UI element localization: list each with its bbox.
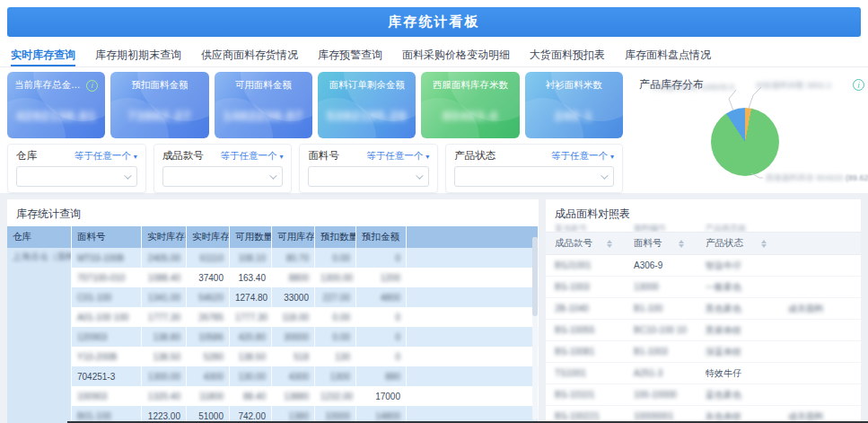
table-row[interactable]: 120903138.8010586420.80300000.000 [7, 327, 539, 347]
kpi-card-value: 1482239.87 [222, 108, 305, 123]
kpi-card-4: 面料订单剩余金额5382195.28 [318, 72, 416, 138]
chevron-down-icon [416, 172, 423, 179]
stats-left-column: 当前库存总金额（不含…i4292138.81预扣面料金额73862.27可用面料… [7, 72, 623, 193]
filter-operator[interactable]: 等于任意一个 ▾ [221, 150, 284, 163]
filter-select[interactable] [16, 166, 137, 187]
filter-label: 面料号 [308, 149, 339, 163]
table-scrollbar [532, 237, 538, 420]
column-header: 预扣数量 [315, 226, 356, 248]
column-header [407, 226, 539, 248]
fabric-mapping-panel: 成品面料对照表 某仓款号面料编号产品状态值 成品款号面料号产品状态 BSJ100… [546, 199, 861, 423]
tab-库存期初期末查询[interactable]: 库存期初期末查询 [95, 43, 181, 66]
pie-chart-panel: 产品库存分布 i 可用面料库存 128535.5 衬衫面料米数 3802.2 西… [628, 72, 868, 193]
tab-bar: 实时库存查询库存期初期末查询供应商面料存货情况库存预警查询面料采购价格变动明细大… [0, 43, 868, 67]
kpi-card-title: 可用面料金额 [235, 79, 292, 92]
inventory-stats-panel: 库存统计查询 仓库面料号实时库存数实时库存金额可用数量可用库存金额预扣数量预扣金… [7, 199, 539, 423]
column-header: 产品状态 [697, 232, 779, 255]
filter-box-4: 产品状态等于任意一个 ▾ [445, 144, 623, 193]
table-row[interactable]: C01-1001341.00546201274.8033000227.00480… [7, 287, 539, 307]
inventory-stats-table: 仓库面料号实时库存数实时库存金额可用数量可用库存金额预扣数量预扣金额 上海总仓（… [7, 226, 539, 423]
column-header: 可用数量 [230, 226, 272, 248]
chevron-down-icon [270, 172, 277, 179]
info-icon[interactable]: i [853, 79, 864, 91]
filter-label: 仓库 [16, 149, 37, 163]
table-row[interactable]: BS-10081B1-1003深蓝条纹 [546, 341, 861, 363]
chevron-down-icon: ▾ [610, 153, 614, 161]
chevron-down-icon [601, 172, 608, 179]
tab-供应商面料存货情况[interactable]: 供应商面料存货情况 [201, 43, 298, 66]
filter-row: 仓库等于任意一个 ▾成品款号等于任意一个 ▾面料号等于任意一个 ▾产品状态等于任… [7, 144, 623, 193]
table-row[interactable]: 2B-1040B1-100黑色素色成衣面料 [546, 298, 861, 320]
filter-label: 成品款号 [162, 149, 204, 163]
tab-大货面料预扣表[interactable]: 大货面料预扣表 [530, 43, 605, 66]
table-row[interactable]: BS-10055BC10-100 10黑紫条纹 [546, 320, 861, 341]
tab-实时库存查询[interactable]: 实时库存查询 [11, 43, 75, 66]
table-row[interactable]: 1009031320.401180088.40138801232.0017000 [7, 386, 539, 406]
filter-box-1: 仓库等于任意一个 ▾ [7, 144, 146, 193]
kpi-card-value: 240.1 [532, 108, 616, 123]
kpi-card-value: 73862.27 [118, 108, 201, 123]
filter-operator[interactable]: 等于任意一个 ▾ [75, 150, 137, 163]
warehouse-cell: 上海总仓（面料物料仓-1F 面料库） [7, 248, 72, 423]
table-row[interactable]: 707100-0101088.4037400163.4088001300.001… [7, 268, 539, 287]
scrollbar-thumb[interactable] [532, 237, 538, 316]
table-row[interactable]: TS1001A251-3特效牛仔 [546, 363, 861, 384]
dashboard-header: 库存统计看板 [7, 7, 861, 37]
filter-box-3: 面料号等于任意一个 ▾ [299, 144, 438, 193]
fabric-mapping-title: 成品面料对照表 [546, 199, 861, 223]
filter-operator[interactable]: 等于任意一个 ▾ [551, 150, 614, 163]
filter-operator[interactable]: 等于任意一个 ▾ [366, 150, 429, 163]
kpi-card-6: 衬衫面料米数240.1 [525, 72, 623, 138]
tables-section: 库存统计查询 仓库面料号实时库存数实时库存金额可用数量可用库存金额预扣数量预扣金… [0, 193, 868, 423]
kpi-card-value: 80463.4 [428, 108, 512, 123]
table-row[interactable]: A01-100 1001777.30267851777.30118.000.00… [7, 307, 539, 327]
kpi-card-2: 预扣面料金额73862.27 [110, 72, 208, 138]
scrolled-row-peek: 某仓款号面料编号产品状态值 [546, 223, 861, 232]
pie-label-blue: 可用面料库存 128535.5 [634, 82, 734, 93]
filter-select[interactable] [162, 166, 284, 187]
column-header: 仓库 [7, 226, 72, 248]
table-row[interactable]: BS-100313000一般素色 [546, 277, 861, 298]
sort-icon[interactable] [679, 240, 684, 248]
chevron-down-icon: ▾ [134, 153, 137, 161]
table-row[interactable]: BS-10101100-10000蓝色素色 [546, 384, 861, 406]
table-row[interactable]: 上海总仓（面料物料仓-1F 面料库）MT03-100B2405.00611101… [7, 248, 539, 268]
kpi-card-title: 当前库存总金额（不含… [14, 79, 83, 92]
pie-label-orange: 衬衫面料米数 3802.2 [756, 80, 831, 92]
column-header: 实时库存数 [142, 226, 187, 248]
chevron-down-icon: ▾ [425, 153, 429, 161]
kpi-card-title: 衬衫面料米数 [546, 79, 602, 92]
column-header: 实时库存金额 [187, 226, 230, 248]
stats-section: 当前库存总金额（不含…i4292138.81预扣面料金额73862.27可用面料… [0, 67, 868, 193]
table-row[interactable]: BSJ1001A306-9智染牛仔 [546, 255, 861, 277]
column-header: 预扣金额 [356, 226, 407, 248]
table-row[interactable]: 704251-31300.004300130.0043001300880 [7, 366, 539, 386]
kpi-card-5: 西服面料库存米数80463.4 [421, 72, 519, 138]
column-header [779, 232, 861, 255]
chevron-down-icon [124, 172, 131, 179]
pie-label-green: 西装面料库存 804633 (89.62%) [766, 172, 868, 184]
filter-select[interactable] [308, 166, 429, 187]
info-icon[interactable]: i [86, 80, 98, 92]
kpi-card-title: 面料订单剩余金额 [329, 79, 405, 92]
kpi-card-title: 西服面料库存米数 [433, 79, 508, 92]
left-table-body: 上海总仓（面料物料仓-1F 面料库）MT03-100B2405.00611101… [7, 248, 539, 423]
sort-icon[interactable] [761, 240, 767, 248]
table-header-row: 成品款号面料号产品状态 [546, 232, 861, 255]
inventory-stats-title: 库存统计查询 [7, 199, 539, 226]
table-row[interactable]: Y10-200B138.505280138.505181300 [7, 347, 539, 366]
tab-库存面料盘点情况[interactable]: 库存面料盘点情况 [625, 43, 711, 66]
column-header: 成品款号 [546, 232, 625, 255]
column-header: 面料号 [625, 232, 697, 255]
kpi-card-value: 5382195.28 [325, 108, 408, 123]
column-header: 可用库存金额 [272, 226, 315, 248]
tab-面料采购价格变动明细[interactable]: 面料采购价格变动明细 [402, 43, 510, 66]
table-header-row: 仓库面料号实时库存数实时库存金额可用数量可用库存金额预扣数量预扣金额 [7, 226, 539, 248]
kpi-card-row: 当前库存总金额（不含…i4292138.81预扣面料金额73862.27可用面料… [7, 72, 623, 138]
pie-chart[interactable] [711, 108, 779, 176]
kpi-card-1: 当前库存总金额（不含…i4292138.81 [7, 72, 105, 138]
filter-label: 产品状态 [454, 149, 495, 163]
filter-select[interactable] [454, 166, 614, 187]
tab-库存预警查询[interactable]: 库存预警查询 [318, 43, 382, 66]
sort-icon[interactable] [607, 240, 612, 248]
